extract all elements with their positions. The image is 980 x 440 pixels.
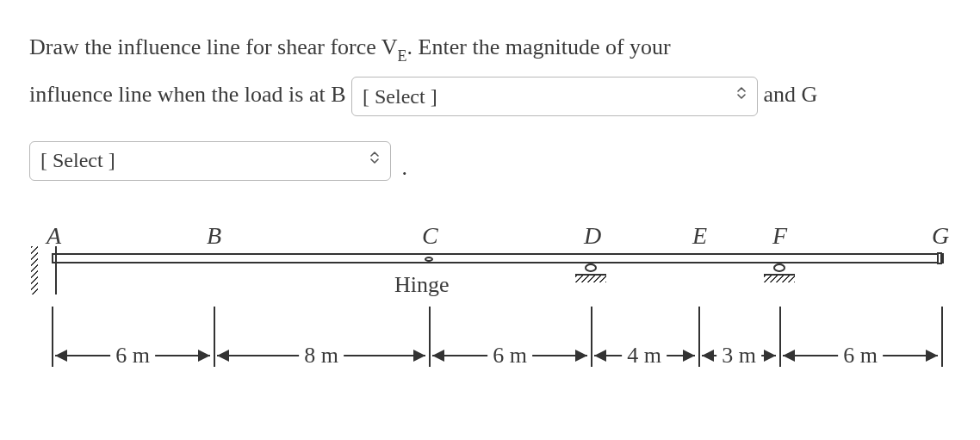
chevron-up-down-icon	[369, 146, 380, 176]
roller-support-d	[580, 263, 601, 284]
label-d: D	[584, 222, 601, 250]
dim-ab: 6 m	[110, 343, 155, 369]
beam	[52, 253, 944, 263]
dimension-row: 6 m 8 m 6 m 4 m 3 m 6 m	[52, 343, 944, 379]
period: .	[402, 155, 408, 180]
label-e: E	[692, 222, 707, 250]
hinge-label: Hinge	[394, 272, 450, 298]
chevron-up-down-icon	[736, 82, 747, 111]
dim-de: 4 m	[622, 343, 667, 369]
label-g: G	[932, 222, 949, 250]
dim-cd: 6 m	[487, 343, 532, 369]
dim-fg: 6 m	[838, 343, 883, 369]
fixed-support-a	[33, 246, 59, 294]
select-at-g[interactable]: [ Select ]	[29, 141, 391, 181]
label-f: F	[772, 222, 787, 250]
beam-diagram: A B C D E F G Hinge 6 m 8 m	[29, 222, 944, 394]
dim-ef: 3 m	[716, 343, 761, 369]
roller-support-f	[769, 263, 790, 284]
question-text: Draw the influence line for shear force …	[29, 24, 951, 183]
question-part3: influence line when the load is at B	[29, 82, 346, 107]
select-at-b-placeholder: [ Select ]	[363, 75, 437, 118]
select-at-g-placeholder: [ Select ]	[40, 139, 115, 182]
subscript-e: E	[398, 47, 407, 65]
label-b: B	[207, 222, 221, 250]
label-c: C	[422, 222, 438, 250]
question-part4: and G	[764, 82, 818, 107]
question-part2: . Enter the magnitude of your	[407, 34, 671, 59]
end-cap-g	[937, 252, 942, 264]
question-part1: Draw the influence line for shear force …	[29, 34, 398, 59]
select-at-b[interactable]: [ Select ]	[351, 77, 758, 116]
dim-bc: 8 m	[299, 343, 344, 369]
